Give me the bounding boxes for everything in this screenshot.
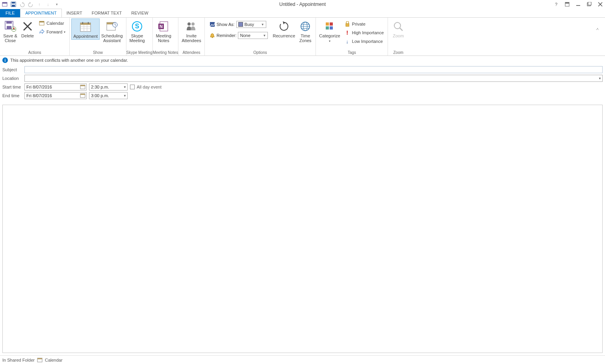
svg-rect-50 bbox=[330, 22, 333, 26]
zoom-button[interactable]: Zoom bbox=[390, 18, 407, 39]
scheduling-icon bbox=[106, 20, 118, 33]
globe-icon bbox=[299, 20, 312, 33]
help-icon[interactable]: ? bbox=[553, 1, 559, 7]
calendar-picker-icon bbox=[80, 93, 85, 98]
appointment-view-button[interactable]: Appointment bbox=[71, 18, 100, 40]
tab-file[interactable]: FILE bbox=[0, 9, 20, 17]
folder-name: Calendar bbox=[45, 358, 63, 362]
recurrence-icon bbox=[278, 20, 290, 33]
end-time-combo[interactable]: 3:00 p.m. ▼ bbox=[89, 92, 128, 99]
showas-label: Show As: bbox=[217, 22, 235, 27]
collapse-ribbon-icon[interactable]: ㅅ bbox=[594, 26, 601, 55]
chevron-down-icon: ▼ bbox=[262, 34, 267, 37]
tab-review[interactable]: REVIEW bbox=[126, 9, 153, 17]
delete-button[interactable]: Delete bbox=[19, 18, 36, 39]
calendar-picker-icon bbox=[80, 84, 85, 90]
dropdown-icon: ▾ bbox=[329, 39, 330, 43]
start-time-label: Start time bbox=[2, 85, 24, 89]
recurrence-button[interactable]: Recurrence bbox=[271, 18, 297, 39]
window-title: Untitled - Appointment bbox=[279, 2, 326, 7]
reminder-icon bbox=[210, 33, 215, 38]
group-notes: N MeetingNotes Meeting Notes bbox=[153, 18, 178, 55]
group-show: Appointment SchedulingAssistant Show bbox=[70, 18, 126, 55]
group-attendees: InviteAttendees Attendees bbox=[178, 18, 205, 55]
next-item-icon[interactable]: ↓ bbox=[45, 1, 51, 7]
tab-insert[interactable]: INSERT bbox=[62, 9, 87, 17]
skype-meeting-button[interactable]: S SkypeMeeting bbox=[128, 18, 147, 44]
svg-rect-14 bbox=[7, 26, 11, 29]
conflict-message: This appointment conflicts with another … bbox=[10, 58, 128, 63]
reminder-combo[interactable]: None ▼ bbox=[238, 32, 268, 39]
save-close-button[interactable]: Save &Close bbox=[2, 18, 19, 44]
svg-rect-9 bbox=[588, 2, 591, 5]
close-icon[interactable] bbox=[597, 1, 603, 7]
status-bar: In Shared Folder Calendar bbox=[0, 355, 605, 364]
zoom-icon bbox=[392, 20, 405, 33]
calendar-small-icon bbox=[39, 20, 45, 26]
end-time-label: End time bbox=[2, 93, 24, 98]
start-date-input[interactable]: Fri 8/07/2016 bbox=[24, 83, 87, 91]
location-label: Location bbox=[2, 76, 24, 81]
minimize-icon[interactable] bbox=[575, 1, 581, 7]
showas-icon bbox=[210, 22, 215, 27]
categorize-button[interactable]: Categorize▾ bbox=[317, 18, 341, 44]
chevron-down-icon: ▼ bbox=[260, 23, 265, 26]
group-zoom: Zoom Zoom bbox=[388, 18, 408, 55]
appointment-body-editor[interactable] bbox=[2, 105, 603, 353]
invite-attendees-button[interactable]: InviteAttendees bbox=[180, 18, 203, 44]
save-icon[interactable] bbox=[10, 1, 17, 7]
svg-rect-57 bbox=[80, 85, 85, 86]
qat-customize-icon[interactable]: ▾ bbox=[54, 1, 60, 7]
skype-icon: S bbox=[131, 20, 143, 33]
time-zones-button[interactable]: TimeZones bbox=[297, 18, 314, 44]
tab-format-text[interactable]: FORMAT TEXT bbox=[87, 9, 126, 17]
forward-icon bbox=[39, 29, 45, 35]
undo-icon[interactable] bbox=[19, 1, 25, 7]
save-close-label-1: Save & bbox=[3, 33, 17, 38]
save-close-icon bbox=[4, 20, 17, 33]
calendar-app-icon[interactable] bbox=[2, 1, 8, 7]
high-importance-icon: ! bbox=[344, 30, 351, 36]
private-button[interactable]: Private bbox=[343, 20, 385, 28]
low-importance-icon: ↓ bbox=[344, 38, 351, 44]
calendar-folder-icon bbox=[37, 357, 43, 363]
ribbon-display-icon[interactable] bbox=[564, 1, 570, 7]
subject-input[interactable] bbox=[24, 66, 603, 73]
appointment-form: Subject Location ▼ Start time Fri 8/07/2… bbox=[0, 65, 605, 102]
showas-combo[interactable]: Busy ▼ bbox=[236, 21, 266, 28]
info-icon: i bbox=[2, 57, 8, 63]
svg-rect-53 bbox=[346, 24, 349, 26]
scheduling-assistant-button[interactable]: SchedulingAssistant bbox=[100, 18, 124, 44]
svg-rect-51 bbox=[326, 26, 329, 30]
location-input[interactable]: ▼ bbox=[24, 75, 603, 82]
busy-swatch-icon bbox=[238, 22, 243, 27]
redo-icon[interactable] bbox=[28, 1, 34, 7]
svg-rect-4 bbox=[12, 5, 15, 7]
maximize-icon[interactable] bbox=[586, 1, 592, 7]
svg-rect-23 bbox=[80, 23, 91, 25]
copy-to-calendar-button[interactable]: Calendar bbox=[38, 19, 66, 27]
prev-item-icon[interactable]: ↑ bbox=[36, 1, 43, 7]
meeting-notes-button[interactable]: N MeetingNotes bbox=[154, 18, 173, 44]
forward-button[interactable]: Forward ▾ bbox=[38, 28, 66, 36]
group-options: Show As: Busy ▼ Reminder: None ▼ bbox=[205, 18, 316, 55]
svg-line-55 bbox=[400, 28, 403, 31]
low-importance-button[interactable]: ↓ Low Importance bbox=[343, 37, 385, 45]
svg-text:S: S bbox=[135, 23, 139, 30]
svg-point-40 bbox=[187, 22, 191, 26]
all-day-label: All day event bbox=[137, 85, 161, 89]
reminder-label: Reminder: bbox=[217, 33, 237, 38]
start-time-combo[interactable]: 2:30 p.m. ▼ bbox=[89, 83, 128, 91]
attendees-icon bbox=[185, 20, 198, 33]
end-date-input[interactable]: Fri 8/07/2016 bbox=[24, 92, 87, 99]
all-day-checkbox[interactable] bbox=[130, 85, 135, 89]
onenote-icon: N bbox=[157, 20, 170, 33]
forward-dropdown-icon: ▾ bbox=[64, 30, 65, 34]
svg-point-41 bbox=[191, 22, 195, 26]
svg-rect-52 bbox=[330, 26, 333, 30]
title-bar: ↑ ↓ ▾ Untitled - Appointment ? bbox=[0, 0, 605, 8]
tab-appointment[interactable]: APPOINTMENT bbox=[20, 9, 61, 18]
svg-rect-3 bbox=[12, 2, 15, 4]
high-importance-button[interactable]: ! High Importance bbox=[343, 29, 385, 37]
delete-icon bbox=[21, 20, 34, 33]
